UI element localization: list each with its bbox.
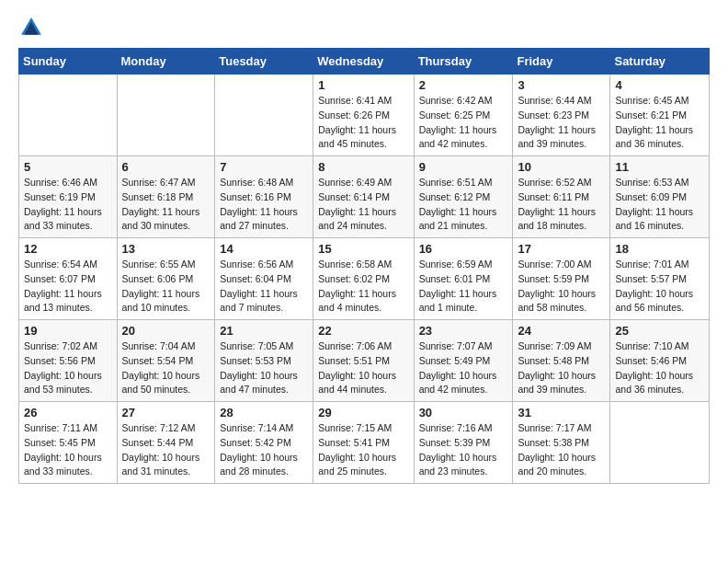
day-number: 12 [24,242,112,256]
day-number: 30 [419,406,508,419]
day-info: Sunrise: 7:10 AM Sunset: 5:46 PM Dayligh… [615,339,704,397]
day-number: 25 [615,324,704,338]
day-number: 19 [24,324,112,338]
day-number: 2 [419,78,508,92]
logo-icon [18,15,44,40]
day-number: 4 [615,78,704,92]
calendar-cell: 15Sunrise: 6:58 AM Sunset: 6:02 PM Dayli… [313,238,414,320]
calendar-cell: 8Sunrise: 6:49 AM Sunset: 6:14 PM Daylig… [313,156,414,238]
day-number: 28 [220,406,308,419]
weekday-header-thursday: Thursday [414,49,513,75]
day-info: Sunrise: 6:52 AM Sunset: 6:11 PM Dayligh… [518,176,605,234]
day-info: Sunrise: 6:45 AM Sunset: 6:21 PM Dayligh… [615,94,704,152]
day-number: 17 [518,242,605,256]
day-info: Sunrise: 7:12 AM Sunset: 5:44 PM Dayligh… [122,421,210,479]
day-info: Sunrise: 7:11 AM Sunset: 5:45 PM Dayligh… [24,421,112,479]
day-info: Sunrise: 6:58 AM Sunset: 6:02 PM Dayligh… [318,258,408,316]
weekday-header-tuesday: Tuesday [215,49,313,75]
calendar-cell: 17Sunrise: 7:00 AM Sunset: 5:59 PM Dayli… [513,238,610,320]
calendar-cell: 25Sunrise: 7:10 AM Sunset: 5:46 PM Dayli… [610,320,710,402]
weekday-header-friday: Friday [513,49,610,75]
calendar-cell: 1Sunrise: 6:41 AM Sunset: 6:26 PM Daylig… [313,75,414,156]
day-number: 22 [318,324,408,338]
calendar-cell [215,75,313,156]
day-info: Sunrise: 6:42 AM Sunset: 6:25 PM Dayligh… [419,94,508,152]
day-number: 7 [220,160,308,174]
calendar-cell: 5Sunrise: 6:46 AM Sunset: 6:19 PM Daylig… [19,156,118,238]
weekday-header-wednesday: Wednesday [313,49,414,75]
logo [18,15,48,40]
header [18,15,710,40]
calendar-cell: 11Sunrise: 6:53 AM Sunset: 6:09 PM Dayli… [610,156,710,238]
day-info: Sunrise: 7:02 AM Sunset: 5:56 PM Dayligh… [24,339,112,397]
day-info: Sunrise: 7:05 AM Sunset: 5:53 PM Dayligh… [220,339,308,397]
calendar-cell: 27Sunrise: 7:12 AM Sunset: 5:44 PM Dayli… [117,402,215,484]
calendar-cell: 30Sunrise: 7:16 AM Sunset: 5:39 PM Dayli… [414,402,513,484]
calendar-cell [117,75,215,156]
day-info: Sunrise: 6:41 AM Sunset: 6:26 PM Dayligh… [318,94,408,152]
week-row-1: 1Sunrise: 6:41 AM Sunset: 6:26 PM Daylig… [19,75,710,156]
week-row-2: 5Sunrise: 6:46 AM Sunset: 6:19 PM Daylig… [19,156,710,238]
day-number: 31 [518,406,605,419]
day-number: 27 [122,406,210,419]
day-number: 14 [220,242,308,256]
day-number: 8 [318,160,408,174]
calendar-cell: 23Sunrise: 7:07 AM Sunset: 5:49 PM Dayli… [414,320,513,402]
day-number: 3 [518,78,605,92]
calendar-cell: 13Sunrise: 6:55 AM Sunset: 6:06 PM Dayli… [117,238,215,320]
calendar-cell: 29Sunrise: 7:15 AM Sunset: 5:41 PM Dayli… [313,402,414,484]
calendar-cell: 14Sunrise: 6:56 AM Sunset: 6:04 PM Dayli… [215,238,313,320]
day-number: 16 [419,242,508,256]
day-number: 23 [419,324,508,338]
calendar-cell: 20Sunrise: 7:04 AM Sunset: 5:54 PM Dayli… [117,320,215,402]
day-info: Sunrise: 6:46 AM Sunset: 6:19 PM Dayligh… [24,176,112,234]
calendar-cell: 12Sunrise: 6:54 AM Sunset: 6:07 PM Dayli… [19,238,118,320]
day-info: Sunrise: 6:44 AM Sunset: 6:23 PM Dayligh… [518,94,605,152]
day-info: Sunrise: 6:54 AM Sunset: 6:07 PM Dayligh… [24,258,112,316]
week-row-5: 26Sunrise: 7:11 AM Sunset: 5:45 PM Dayli… [19,402,710,484]
calendar-cell: 6Sunrise: 6:47 AM Sunset: 6:18 PM Daylig… [117,156,215,238]
day-number: 11 [615,160,704,174]
day-number: 24 [518,324,605,338]
day-info: Sunrise: 7:09 AM Sunset: 5:48 PM Dayligh… [518,339,605,397]
calendar-cell: 4Sunrise: 6:45 AM Sunset: 6:21 PM Daylig… [610,75,710,156]
weekday-header-row: SundayMondayTuesdayWednesdayThursdayFrid… [19,49,710,75]
day-number: 20 [122,324,210,338]
day-info: Sunrise: 6:53 AM Sunset: 6:09 PM Dayligh… [615,176,704,234]
page: SundayMondayTuesdayWednesdayThursdayFrid… [0,0,728,499]
calendar-cell: 7Sunrise: 6:48 AM Sunset: 6:16 PM Daylig… [215,156,313,238]
calendar-cell [610,402,710,484]
day-info: Sunrise: 6:55 AM Sunset: 6:06 PM Dayligh… [122,258,210,316]
calendar-cell: 3Sunrise: 6:44 AM Sunset: 6:23 PM Daylig… [513,75,610,156]
day-info: Sunrise: 7:15 AM Sunset: 5:41 PM Dayligh… [318,421,408,479]
day-info: Sunrise: 6:49 AM Sunset: 6:14 PM Dayligh… [318,176,408,234]
calendar: SundayMondayTuesdayWednesdayThursdayFrid… [18,48,710,484]
calendar-cell: 28Sunrise: 7:14 AM Sunset: 5:42 PM Dayli… [215,402,313,484]
week-row-4: 19Sunrise: 7:02 AM Sunset: 5:56 PM Dayli… [19,320,710,402]
day-number: 13 [122,242,210,256]
calendar-cell: 2Sunrise: 6:42 AM Sunset: 6:25 PM Daylig… [414,75,513,156]
calendar-cell: 21Sunrise: 7:05 AM Sunset: 5:53 PM Dayli… [215,320,313,402]
calendar-cell: 18Sunrise: 7:01 AM Sunset: 5:57 PM Dayli… [610,238,710,320]
day-number: 29 [318,406,408,419]
day-number: 21 [220,324,308,338]
calendar-cell: 16Sunrise: 6:59 AM Sunset: 6:01 PM Dayli… [414,238,513,320]
calendar-cell [19,75,118,156]
calendar-cell: 10Sunrise: 6:52 AM Sunset: 6:11 PM Dayli… [513,156,610,238]
day-info: Sunrise: 6:48 AM Sunset: 6:16 PM Dayligh… [220,176,308,234]
calendar-cell: 24Sunrise: 7:09 AM Sunset: 5:48 PM Dayli… [513,320,610,402]
day-info: Sunrise: 6:51 AM Sunset: 6:12 PM Dayligh… [419,176,508,234]
day-number: 1 [318,78,408,92]
day-number: 9 [419,160,508,174]
day-number: 10 [518,160,605,174]
day-info: Sunrise: 7:17 AM Sunset: 5:38 PM Dayligh… [518,421,605,479]
day-info: Sunrise: 6:59 AM Sunset: 6:01 PM Dayligh… [419,258,508,316]
day-number: 15 [318,242,408,256]
day-info: Sunrise: 7:06 AM Sunset: 5:51 PM Dayligh… [318,339,408,397]
calendar-cell: 9Sunrise: 6:51 AM Sunset: 6:12 PM Daylig… [414,156,513,238]
weekday-header-saturday: Saturday [610,49,710,75]
weekday-header-sunday: Sunday [19,49,118,75]
weekday-header-monday: Monday [117,49,215,75]
calendar-cell: 26Sunrise: 7:11 AM Sunset: 5:45 PM Dayli… [19,402,118,484]
day-info: Sunrise: 7:04 AM Sunset: 5:54 PM Dayligh… [122,339,210,397]
